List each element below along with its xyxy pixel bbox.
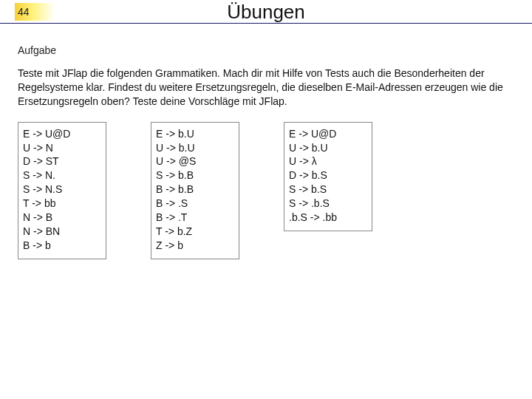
grammar-rule: S -> b.B [156, 168, 231, 183]
grammar-rule: U -> b.U [289, 141, 364, 155]
grammar-rule: E -> b.U [156, 127, 231, 141]
grammar-rule: Z -> b [156, 239, 231, 253]
grammar-rule: E -> U@D [23, 127, 98, 141]
grammar-rule: U -> b.U [156, 141, 231, 155]
grammar-box-3: E -> U@D U -> b.U U -> λ D -> b.S S -> b… [284, 122, 372, 231]
grammar-rule: E -> U@D [289, 127, 364, 141]
grammar-rule: N -> B [23, 211, 98, 225]
grammar-rule: U -> λ [289, 154, 364, 168]
grammar-box-1: E -> U@D U -> N D -> ST S -> N. S -> N.S… [18, 122, 106, 259]
grammar-rule: D -> ST [23, 154, 98, 168]
slide: 44 Übungen Aufgabe Teste mit JFlap die f… [0, 0, 532, 399]
grammar-rule: S -> b.S [289, 183, 364, 197]
grammar-rule: T -> bb [23, 197, 98, 211]
grammar-rule: D -> b.S [289, 168, 364, 183]
grammar-rule: T -> b.Z [156, 225, 231, 239]
slide-title: Übungen [0, 0, 532, 24]
grammar-rule: B -> .S [156, 197, 231, 211]
grammar-rule: B -> .T [156, 211, 231, 225]
grammar-columns: E -> U@D U -> N D -> ST S -> N. S -> N.S… [18, 122, 514, 259]
slide-header: 44 Übungen [0, 0, 532, 24]
grammar-rule: U -> N [23, 141, 98, 155]
grammar-rule: N -> BN [23, 225, 98, 239]
grammar-rule: U -> @S [156, 154, 231, 168]
grammar-rule: B -> b [23, 239, 98, 253]
grammar-rule: S -> N. [23, 168, 98, 183]
grammar-rule: S -> .b.S [289, 197, 364, 211]
slide-body: Aufgabe Teste mit JFlap die folgenden Gr… [0, 24, 532, 259]
task-text: Teste mit JFlap die folgenden Grammatike… [18, 66, 514, 109]
grammar-rule: S -> N.S [23, 183, 98, 197]
section-heading: Aufgabe [18, 44, 514, 56]
grammar-rule: .b.S -> .bb [289, 211, 364, 225]
grammar-rule: B -> b.B [156, 183, 231, 197]
grammar-box-2: E -> b.U U -> b.U U -> @S S -> b.B B -> … [151, 122, 239, 259]
